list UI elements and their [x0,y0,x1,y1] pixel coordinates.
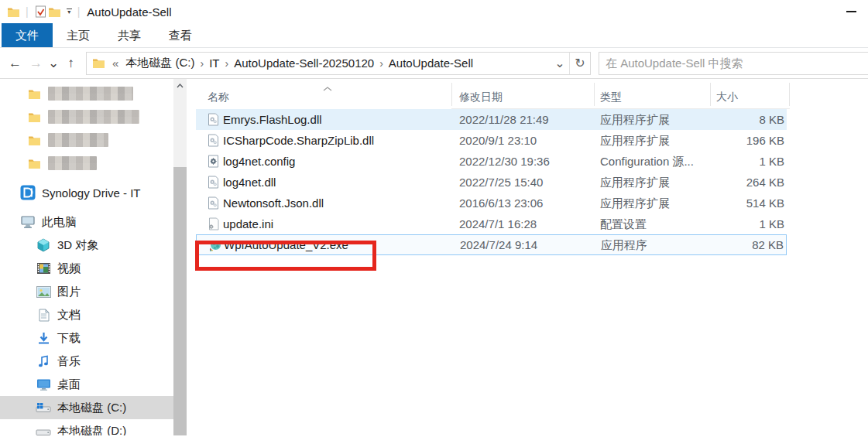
folder [26,156,42,170]
address-bar[interactable]: « 本地磁盘 (C:)›IT›AutoUpdate-Sell-20250120›… [86,52,591,75]
sidebar-item-label: 3D 对象 [57,238,98,253]
ribbon-tab-share[interactable]: 共享 [104,23,155,47]
sidebar-item-label: 视频 [57,261,81,276]
navigation-pane: Synology Drive - IT此电脑3D 对象视频图片文档下载音乐桌面本… [0,79,173,435]
file-date-modified: 2024/7/24 9:14 [460,235,537,254]
file-name: WpfAutoUpdate_V2.exe [224,235,348,254]
sidebar-item-local-disk-d[interactable]: 本地磁盘 (D:) [0,419,173,435]
minimize-button[interactable] [834,0,868,23]
sidebar-item-label: 此电脑 [42,215,77,230]
search-box [599,52,868,75]
video-icon [36,261,51,275]
file-date-modified: 2016/6/13 23:06 [459,193,543,213]
refresh-icon[interactable]: ↻ [569,53,590,74]
sidebar-item-redacted[interactable] [0,152,173,175]
file-name: Newtonsoft.Json.dll [223,193,324,213]
file-type: 应用程序扩展 [600,130,670,151]
column-headers: 名称修改日期类型大小 [187,79,868,109]
breadcrumb-item[interactable]: AutoUpdate-Sell [385,56,477,70]
ribbon-tab-home[interactable]: 主页 [53,23,104,47]
file-row-ICSharpCode.SharpZipLib.dll[interactable]: ICSharpCode.SharpZipLib.dll2020/9/1 23:1… [196,130,787,151]
sidebar-item-download[interactable]: 下载 [0,326,173,350]
sidebar-item-label: 文档 [57,308,81,323]
scrollbar-thumb[interactable] [173,167,187,435]
column-divider[interactable] [789,83,790,106]
file-row-update.ini[interactable]: update.ini2024/7/1 16:28配置设置1 KB [196,213,787,234]
sidebar-item-video[interactable]: 视频 [0,257,173,280]
file-type: 应用程序扩展 [600,193,670,213]
titlebar-divider: | [26,5,29,18]
breadcrumb-item[interactable]: 本地磁盘 (C:) [122,56,198,70]
up-button[interactable]: ↑ [60,53,81,74]
ribbon-tab-view[interactable]: 查看 [155,23,206,47]
file-row-Emrys.FlashLog.dll[interactable]: Emrys.FlashLog.dll2022/11/28 21:49应用程序扩展… [196,109,787,130]
column-divider[interactable] [594,83,595,106]
sidebar-item-cube[interactable]: 3D 对象 [0,234,173,257]
sidebar-item-redacted[interactable] [0,82,173,105]
dll-icon [208,176,220,188]
file-row-WpfAutoUpdate_V2.exe[interactable]: WpfAutoUpdate_V2.exe2024/7/24 9:14应用程序82… [196,234,787,255]
column-header-date-modified[interactable]: 修改日期 [459,90,503,104]
synology-icon [20,186,36,200]
sidebar-item-this-pc[interactable]: 此电脑 [0,210,173,234]
ini-icon [208,217,220,230]
scrollbar-up-icon[interactable] [173,79,187,92]
file-size: 1 KB [660,213,784,234]
breadcrumb-separator-icon: › [378,57,385,70]
sidebar-item-picture[interactable]: 图片 [0,280,173,303]
sidebar-item-local-disk-c[interactable]: 本地磁盘 (C:) [0,396,173,419]
sidebar-item-redacted[interactable] [0,105,173,128]
properties-check-icon[interactable] [34,5,48,18]
breadcrumb-separator-icon: › [199,57,206,70]
sidebar-item-music[interactable]: 音乐 [0,350,173,373]
recent-locations-dropdown-icon[interactable]: ⌄ [46,53,60,74]
sidebar-item-synology-drive[interactable]: Synology Drive - IT [0,181,173,204]
file-type: 应用程序扩展 [600,172,670,193]
column-divider[interactable] [710,83,711,106]
column-header-type[interactable]: 类型 [600,90,622,104]
file-row-log4net.dll[interactable]: log4net.dll2022/7/25 15:40应用程序扩展264 KB [196,172,787,193]
file-type: 应用程序 [601,235,647,254]
file-row-log4net.config[interactable]: log4net.config2022/12/30 19:36Configurat… [196,151,787,172]
dll-icon [208,113,220,125]
forward-button[interactable]: → [26,53,46,74]
column-header-size[interactable]: 大小 [716,90,738,104]
back-button[interactable]: ← [5,53,26,74]
search-input[interactable] [599,53,868,74]
breadcrumb-overflow-icon[interactable]: « [112,56,118,70]
exe-icon [208,238,221,251]
column-header-name[interactable]: 名称 [208,90,229,104]
file-date-modified: 2022/11/28 21:49 [459,109,549,130]
file-date-modified: 2024/7/1 16:28 [459,213,537,234]
file-date-modified: 2022/12/30 19:36 [459,151,550,172]
breadcrumb-item[interactable]: AutoUpdate-Sell-20250120 [230,56,378,70]
sidebar-item-redacted[interactable] [0,128,173,152]
toolbar-dropdown-icon[interactable]: ▾ [67,9,72,15]
folder-icon[interactable] [48,5,62,18]
file-size: 82 KB [660,235,784,254]
sidebar-item-document[interactable]: 文档 [0,303,173,326]
redacted-label [48,87,133,101]
file-size: 196 KB [660,130,784,151]
ribbon-tab-file[interactable]: 文件 [2,23,53,47]
folder [26,110,42,124]
drive-icon [36,424,51,435]
column-divider[interactable] [451,83,452,106]
config-icon [208,155,220,167]
folder [26,133,42,147]
sidebar-item-desktop[interactable]: 桌面 [0,373,173,396]
music-icon [36,354,51,368]
breadcrumb-separator-icon: › [224,57,231,70]
file-size: 1 KB [660,151,784,172]
file-type: 配置设置 [600,213,647,234]
download-icon [36,331,51,345]
address-dropdown-icon[interactable]: ⌄ [551,56,569,70]
sidebar-scrollbar[interactable] [173,79,187,435]
sidebar-item-label: Synology Drive - IT [42,186,141,200]
breadcrumb-item[interactable]: IT [205,56,223,70]
file-name: log4net.config [223,151,295,172]
file-name: ICSharpCode.SharpZipLib.dll [223,130,374,151]
window-title: AutoUpdate-Sell [87,5,171,19]
file-size: 8 KB [660,109,784,130]
file-row-Newtonsoft.Json.dll[interactable]: Newtonsoft.Json.dll2016/6/13 23:06应用程序扩展… [196,193,787,213]
